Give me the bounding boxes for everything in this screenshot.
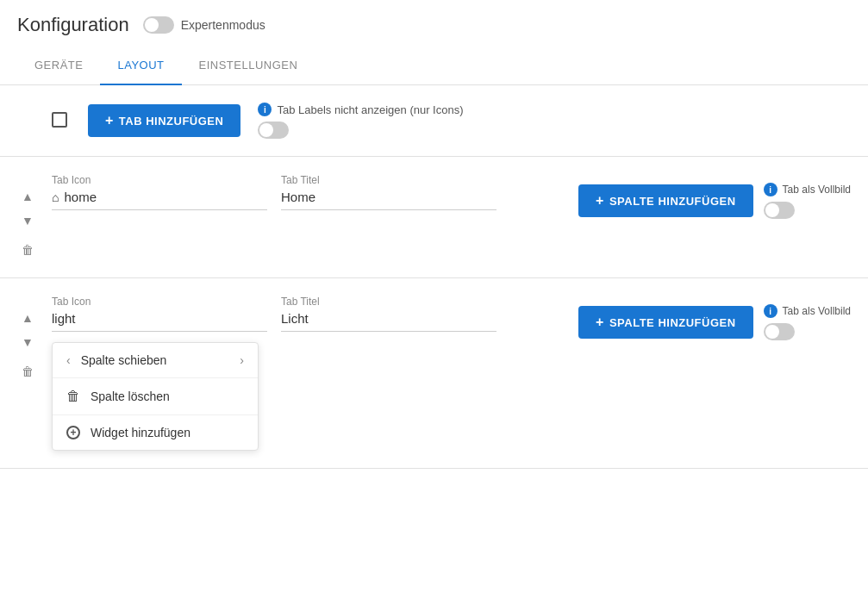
context-menu-label-2: Widget hinzufügen <box>91 426 190 439</box>
context-menu-label-1: Spalte löschen <box>91 389 170 403</box>
tab-row-1-title-text: Home <box>281 190 315 204</box>
add-tab-button[interactable]: + TAB HINZUFÜGEN <box>88 104 240 137</box>
page-title: Konfiguration <box>17 14 129 36</box>
context-menu-label-0: Spalte schieben <box>81 353 167 367</box>
tab-row-2-icon-label: Tab Icon <box>52 296 267 308</box>
vollbild-toggle-2[interactable] <box>764 323 795 340</box>
add-col-plus-icon-1: + <box>596 193 604 209</box>
tab-row-2-title-text: Licht <box>281 311 309 326</box>
row-1-delete-button[interactable]: 🗑 <box>17 240 38 260</box>
expertenmodus-toggle-wrapper: Expertenmodus <box>143 16 265 34</box>
tab-einstellungen[interactable]: EINSTELLUNGEN <box>182 47 315 85</box>
tab-row-1-actions: + SPALTE HINZUFÜGEN i Tab als Vollbild <box>578 174 851 219</box>
row-1-controls: ▲ ▼ 🗑 <box>17 174 38 260</box>
toolbar-section: + TAB HINZUFÜGEN i Tab Labels nicht anze… <box>0 85 868 157</box>
tab-row-2-actions: + SPALTE HINZUFÜGEN i Tab als Vollbild <box>578 296 851 340</box>
add-column-button-2[interactable]: + SPALTE HINZUFÜGEN <box>578 306 753 339</box>
tab-icon-placeholder <box>52 112 67 130</box>
tab-row-2-fields: Tab Icon light ‹ Spalte schieben › <box>52 296 578 451</box>
vollbild-info-icon-2[interactable]: i <box>764 304 777 318</box>
tab-row-1-title-group: Tab Titel Home <box>281 174 496 210</box>
row-1-down-button[interactable]: ▼ <box>17 210 38 231</box>
vollbild-info-icon-1[interactable]: i <box>764 183 777 196</box>
home-icon: ⌂ <box>52 190 59 204</box>
context-menu-item-0[interactable]: ‹ Spalte schieben › <box>53 343 258 378</box>
tab-row-2-inner: ▲ ▼ 🗑 Tab Icon light ‹ Spalte schieben <box>17 296 851 451</box>
tab-row-1-fields: Tab Icon ⌂ home Tab Titel Home <box>52 174 578 210</box>
vollbild-group-1: i Tab als Vollbild <box>764 183 851 219</box>
tab-row-1-title-value: Home <box>281 190 496 210</box>
tab-row-1-icon-label: Tab Icon <box>52 174 267 186</box>
tab-row-2-title-label: Tab Titel <box>281 296 496 308</box>
vollbild-toggle-1[interactable] <box>764 202 795 219</box>
add-col-label-2: SPALTE HINZUFÜGEN <box>609 316 736 329</box>
context-menu-item-2[interactable]: + Widget hinzufügen <box>53 415 258 450</box>
tab-row-2: ▲ ▼ 🗑 Tab Icon light ‹ Spalte schieben <box>0 278 868 469</box>
chevron-right-icon: › <box>240 353 244 367</box>
plus-icon: + <box>105 113 114 128</box>
vollbild-label-2: Tab als Vollbild <box>783 305 851 317</box>
chevron-left-icon: ‹ <box>66 353 71 367</box>
tab-row-1-title-label: Tab Titel <box>281 174 496 186</box>
row-2-down-button[interactable]: ▼ <box>17 332 38 352</box>
add-col-plus-icon-2: + <box>596 315 604 330</box>
tab-labels-info-icon[interactable]: i <box>258 103 272 116</box>
context-menu: ‹ Spalte schieben › 🗑 Spalte löschen + W… <box>52 342 259 451</box>
tab-row-1-content: ▲ ▼ 🗑 Tab Icon ⌂ home Tab Titel Home + <box>17 174 851 260</box>
main-tabs: GERÄTE LAYOUT EINSTELLUNGEN <box>0 47 868 85</box>
tab-row-2-icon-value: light <box>52 311 267 332</box>
trash-icon: 🗑 <box>66 389 80 404</box>
tab-row-2-icon-group: Tab Icon light ‹ Spalte schieben › <box>52 296 267 451</box>
expertenmodus-label: Expertenmodus <box>181 18 265 32</box>
plus-circle-icon: + <box>66 426 80 439</box>
row-2-controls: ▲ ▼ 🗑 <box>17 296 38 382</box>
add-col-label-1: SPALTE HINZUFÜGEN <box>609 195 736 208</box>
spalte-schieben-content: ‹ Spalte schieben <box>66 353 166 367</box>
add-tab-label: TAB HINZUFÜGEN <box>119 115 224 128</box>
tab-row-1: ▲ ▼ 🗑 Tab Icon ⌂ home Tab Titel Home + <box>0 157 868 278</box>
tab-row-1-icon-group: Tab Icon ⌂ home <box>52 174 267 210</box>
square-icon <box>52 112 67 128</box>
tab-labels-toggle[interactable] <box>258 122 289 139</box>
tab-labels-option-label: i Tab Labels nicht anzeigen (nur Icons) <box>258 103 463 116</box>
row-2-delete-button[interactable]: 🗑 <box>17 361 38 382</box>
vollbild-label-1: Tab als Vollbild <box>783 184 851 196</box>
expertenmodus-toggle[interactable] <box>143 16 174 34</box>
tab-layout[interactable]: LAYOUT <box>100 47 181 85</box>
tab-row-2-title-value: Licht <box>281 311 496 332</box>
tab-row-2-icon-text: light <box>52 311 76 326</box>
tab-labels-option: i Tab Labels nicht anzeigen (nur Icons) <box>258 103 463 139</box>
tab-row-2-title-group: Tab Titel Licht <box>281 296 496 332</box>
page-header: Konfiguration Expertenmodus <box>0 0 868 36</box>
tab-labels-text: Tab Labels nicht anzeigen (nur Icons) <box>277 103 463 116</box>
tab-row-1-icon-text: home <box>64 190 97 204</box>
tab-row-1-icon-value: ⌂ home <box>52 190 267 210</box>
tab-geraete[interactable]: GERÄTE <box>17 47 100 85</box>
row-2-up-button[interactable]: ▲ <box>17 308 38 328</box>
vollbild-group-2: i Tab als Vollbild <box>764 304 851 340</box>
add-column-button-1[interactable]: + SPALTE HINZUFÜGEN <box>578 184 753 217</box>
context-menu-item-1[interactable]: 🗑 Spalte löschen <box>53 378 258 415</box>
row-1-up-button[interactable]: ▲ <box>17 186 38 207</box>
